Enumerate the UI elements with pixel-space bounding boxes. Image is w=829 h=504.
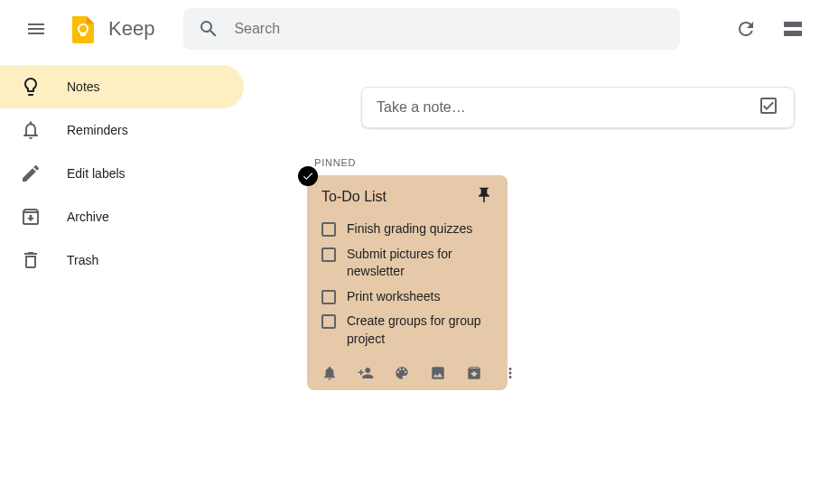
- lightbulb-icon: [20, 76, 42, 98]
- note-card[interactable]: To-Do List Finish grading quizzes Submit…: [307, 175, 508, 390]
- archive-note-button[interactable]: [466, 365, 482, 381]
- sidebar-item-reminders[interactable]: Reminders: [0, 108, 244, 152]
- bell-icon: [20, 119, 42, 141]
- checkbox-empty-icon[interactable]: [321, 222, 336, 237]
- note-toolbar: [321, 361, 493, 385]
- checkbox-icon: [758, 95, 779, 117]
- color-button[interactable]: [394, 365, 410, 381]
- list-view-icon: [782, 18, 804, 40]
- sidebar-item-label: Archive: [67, 210, 109, 224]
- pin-button[interactable]: [475, 186, 493, 208]
- image-icon: [430, 365, 446, 381]
- sidebar-item-label: Edit labels: [67, 166, 126, 181]
- archive-icon: [466, 365, 482, 381]
- checklist-item[interactable]: Print worksheets: [321, 285, 493, 310]
- refresh-icon: [735, 18, 757, 40]
- more-vert-icon: [502, 365, 518, 381]
- note-header: To-Do List: [321, 186, 493, 208]
- palette-icon: [394, 365, 410, 381]
- checklist-item[interactable]: Finish grading quizzes: [321, 217, 493, 242]
- new-list-button[interactable]: [758, 95, 779, 120]
- sidebar-item-label: Notes: [67, 79, 100, 94]
- take-note-placeholder: Take a note…: [377, 99, 758, 116]
- checklist: Finish grading quizzes Submit pictures f…: [321, 217, 493, 352]
- hamburger-icon: [25, 18, 47, 40]
- pencil-icon: [20, 163, 42, 184]
- take-note-bar[interactable]: Take a note…: [361, 87, 795, 128]
- header-actions: [724, 7, 815, 51]
- sidebar-item-label: Trash: [67, 253, 98, 267]
- header: Keep: [0, 0, 829, 58]
- check-icon: [302, 170, 314, 182]
- more-button[interactable]: [502, 365, 518, 381]
- checkbox-empty-icon[interactable]: [321, 314, 336, 329]
- body: Notes Reminders Edit labels Archive Tras…: [0, 58, 829, 504]
- sidebar: Notes Reminders Edit labels Archive Tras…: [0, 58, 253, 504]
- keep-logo-icon: [65, 11, 101, 47]
- sidebar-item-label: Reminders: [67, 123, 128, 137]
- app-name: Keep: [108, 17, 154, 41]
- checklist-item[interactable]: Submit pictures for newsletter: [321, 242, 493, 285]
- archive-icon: [20, 206, 42, 228]
- app-logo[interactable]: Keep: [65, 11, 154, 47]
- sidebar-item-trash[interactable]: Trash: [0, 238, 244, 282]
- person-add-icon: [358, 365, 374, 381]
- sidebar-item-edit-labels[interactable]: Edit labels: [0, 152, 244, 195]
- add-image-button[interactable]: [430, 365, 446, 381]
- bell-add-icon: [321, 365, 338, 381]
- trash-icon: [20, 249, 42, 271]
- checkbox-empty-icon[interactable]: [321, 290, 336, 304]
- collaborator-button[interactable]: [358, 365, 374, 381]
- sidebar-item-notes[interactable]: Notes: [0, 65, 244, 108]
- pinned-section-label: PINNED: [314, 157, 829, 168]
- pin-icon: [475, 186, 493, 204]
- checklist-item[interactable]: Create groups for group project: [321, 309, 493, 351]
- main-content: Take a note… PINNED To-Do List Finish gr…: [253, 58, 829, 504]
- main-menu-button[interactable]: [14, 7, 58, 51]
- svg-rect-1: [80, 33, 86, 36]
- view-toggle-button[interactable]: [771, 7, 815, 51]
- select-note-button[interactable]: [298, 166, 318, 186]
- remind-me-button[interactable]: [321, 365, 338, 381]
- note-title: To-Do List: [321, 189, 387, 205]
- search-bar[interactable]: [183, 8, 680, 50]
- sidebar-item-archive[interactable]: Archive: [0, 195, 244, 238]
- checkbox-empty-icon[interactable]: [321, 247, 336, 262]
- search-input[interactable]: [234, 21, 666, 37]
- refresh-button[interactable]: [724, 7, 768, 51]
- search-icon: [198, 18, 219, 40]
